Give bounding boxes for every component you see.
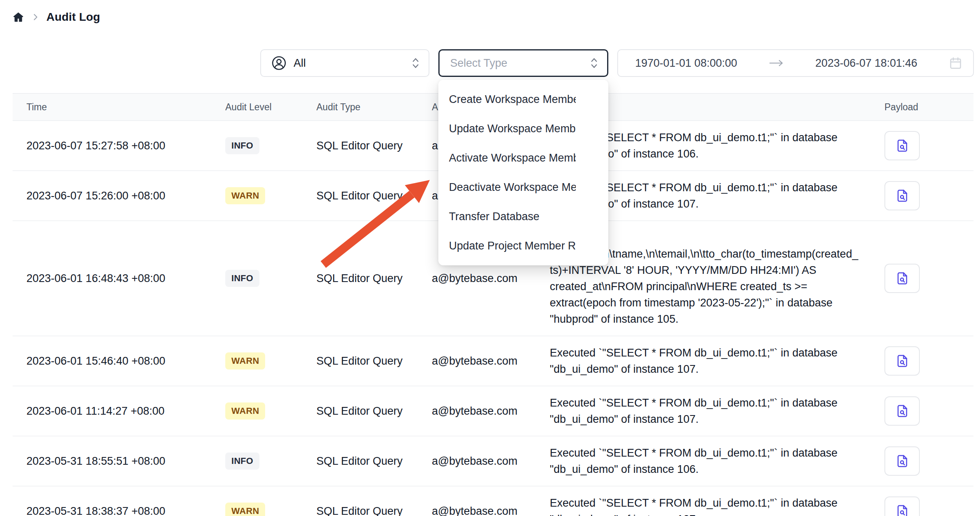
cell-level: INFO xyxy=(225,453,316,470)
menu-item-transfer-database[interactable]: Transfer Database xyxy=(438,202,608,231)
audit-level-badge: INFO xyxy=(225,137,259,154)
cell-level: INFO xyxy=(225,137,316,154)
menu-item-update-workspace-member-role[interactable]: Update Workspace Member Role xyxy=(438,114,608,143)
cell-payload xyxy=(884,446,973,476)
cell-type: SQL Editor Query xyxy=(316,355,432,367)
audit-level-badge: WARN xyxy=(225,402,265,420)
cell-actor: a@bytebase.com xyxy=(432,505,550,516)
cell-level: INFO xyxy=(225,270,316,287)
payload-button[interactable] xyxy=(884,346,920,376)
type-dropdown-menu: Create Workspace Member Update Workspace… xyxy=(438,80,608,265)
col-payload: Payload xyxy=(884,102,973,113)
cell-actor: a@bytebase.com xyxy=(432,272,550,285)
cell-comment: Executed `"SELECT * FROM db_ui_demo.t1;"… xyxy=(550,345,884,377)
cell-type: SQL Editor Query xyxy=(316,272,432,285)
cell-time: 2023-05-31 18:55:51 +08:00 xyxy=(26,455,225,468)
audit-level-badge: INFO xyxy=(225,453,259,470)
cell-time: 2023-06-07 15:26:00 +08:00 xyxy=(26,190,225,202)
arrow-right-icon xyxy=(769,58,784,68)
cell-level: WARN xyxy=(225,187,316,204)
user-circle-icon xyxy=(271,55,287,71)
file-search-icon xyxy=(895,404,910,418)
audit-level-badge: INFO xyxy=(225,270,259,287)
audit-level-badge: WARN xyxy=(225,352,265,370)
actor-filter-value: All xyxy=(294,57,306,70)
menu-item-create-workspace-member[interactable]: Create Workspace Member xyxy=(438,85,608,114)
date-range-end: 2023-06-07 18:01:46 xyxy=(815,57,917,70)
cell-type: SQL Editor Query xyxy=(316,190,432,202)
table-row: 2023-06-01 15:46:40 +08:00 WARN SQL Edit… xyxy=(13,336,973,386)
cell-payload xyxy=(884,131,973,160)
cell-actor: a@bytebase.com xyxy=(432,405,550,418)
table-row: 2023-06-01 11:14:27 +08:00 WARN SQL Edit… xyxy=(13,386,973,436)
file-search-icon xyxy=(895,188,910,203)
breadcrumb: Audit Log xyxy=(12,11,100,24)
cell-type: SQL Editor Query xyxy=(316,505,432,516)
cell-comment: Executed `"SELECT * FROM db_ui_demo.t1;"… xyxy=(550,395,884,427)
type-filter-placeholder: Select Type xyxy=(450,57,507,70)
payload-button[interactable] xyxy=(884,181,920,210)
file-search-icon xyxy=(895,504,910,516)
cell-comment: Executed `"SELECT * FROM db_ui_demo.t1;"… xyxy=(550,495,884,516)
cell-payload xyxy=(884,181,973,210)
filter-bar: All Select Type 1970-01-01 08:00:00 2023… xyxy=(260,49,974,77)
date-range-picker[interactable]: 1970-01-01 08:00:00 2023-06-07 18:01:46 xyxy=(617,49,974,77)
cell-level: WARN xyxy=(225,352,316,370)
cell-actor: a@bytebase.com xyxy=(432,455,550,468)
cell-level: WARN xyxy=(225,402,316,420)
cell-comment: Executed `"SELECT * FROM db_ui_demo.t1;"… xyxy=(550,445,884,477)
cell-type: SQL Editor Query xyxy=(316,405,432,418)
cell-time: 2023-06-01 15:46:40 +08:00 xyxy=(26,355,225,367)
file-search-icon xyxy=(895,138,910,153)
cell-actor: a@bytebase.com xyxy=(432,355,550,367)
menu-item-activate-workspace-member[interactable]: Activate Workspace Member xyxy=(438,143,608,173)
page-title: Audit Log xyxy=(46,11,100,24)
file-search-icon xyxy=(895,271,910,286)
col-time: Time xyxy=(26,102,225,113)
cell-time: 2023-05-31 18:38:37 +08:00 xyxy=(26,505,225,516)
payload-button[interactable] xyxy=(884,496,920,516)
calendar-icon xyxy=(949,56,963,70)
cell-payload xyxy=(884,264,973,293)
cell-payload xyxy=(884,496,973,516)
cell-level: WARN xyxy=(225,503,316,516)
payload-button[interactable] xyxy=(884,396,920,426)
cell-type: SQL Editor Query xyxy=(316,455,432,468)
payload-button[interactable] xyxy=(884,264,920,293)
cell-payload xyxy=(884,346,973,376)
file-search-icon xyxy=(895,354,910,368)
file-search-icon xyxy=(895,454,910,468)
home-icon[interactable] xyxy=(12,11,24,23)
audit-level-badge: WARN xyxy=(225,187,265,204)
audit-level-badge: WARN xyxy=(225,503,265,516)
cell-time: 2023-06-01 11:14:27 +08:00 xyxy=(26,405,225,418)
table-row: 2023-05-31 18:38:37 +08:00 WARN SQL Edit… xyxy=(13,486,973,516)
date-range-start: 1970-01-01 08:00:00 xyxy=(635,57,737,70)
menu-item-update-project-member-role[interactable]: Update Project Member Role xyxy=(438,231,608,260)
table-row: 2023-05-31 18:55:51 +08:00 INFO SQL Edit… xyxy=(13,436,973,486)
chevrons-up-down-icon xyxy=(590,57,598,69)
col-audit-level: Audit Level xyxy=(225,102,316,113)
payload-button[interactable] xyxy=(884,446,920,476)
menu-item-deactivate-workspace-member[interactable]: Deactivate Workspace Member xyxy=(438,173,608,202)
type-filter-select[interactable]: Select Type xyxy=(438,49,608,77)
payload-button[interactable] xyxy=(884,131,920,160)
cell-type: SQL Editor Query xyxy=(316,140,432,152)
cell-time: 2023-06-01 16:48:43 +08:00 xyxy=(26,272,225,285)
col-audit-type: Audit Type xyxy=(316,102,432,113)
cell-time: 2023-06-07 15:27:58 +08:00 xyxy=(26,140,225,152)
actor-filter-select[interactable]: All xyxy=(260,49,429,77)
cell-payload xyxy=(884,396,973,426)
chevron-right-icon xyxy=(31,13,40,22)
chevrons-up-down-icon xyxy=(412,57,420,69)
